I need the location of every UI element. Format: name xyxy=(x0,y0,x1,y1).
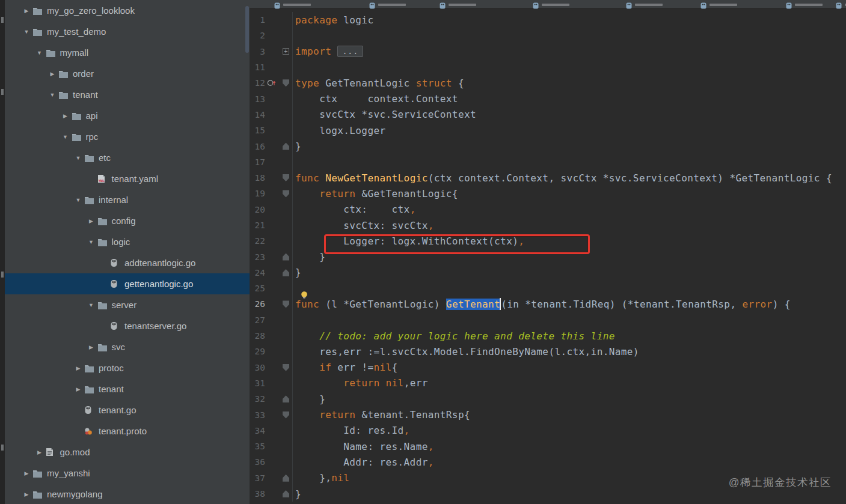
code-text[interactable]: Addr: res.Addr, xyxy=(293,457,846,468)
fold-marker[interactable] xyxy=(277,249,293,264)
fold-down-icon[interactable] xyxy=(283,190,289,197)
line-number: 20 xyxy=(250,205,265,214)
tree-item-tenant[interactable]: ▼tenant xyxy=(5,84,250,105)
project-tree-panel[interactable]: ▶my_go_zero_looklook▼my_test_demo▼mymall… xyxy=(5,0,250,504)
code-text[interactable]: res,err :=l.svcCtx.Model.FindOneByName(l… xyxy=(293,346,846,357)
fold-down-icon[interactable] xyxy=(283,79,289,87)
fold-down-icon[interactable] xyxy=(283,300,289,308)
tree-item-my_test_demo[interactable]: ▼my_test_demo xyxy=(5,21,250,42)
expand-arrow-icon[interactable]: ▶ xyxy=(72,365,84,371)
expand-arrow-icon[interactable]: ▼ xyxy=(72,155,84,161)
fold-up-icon[interactable] xyxy=(283,395,289,402)
expand-arrow-icon[interactable]: ▼ xyxy=(46,92,58,98)
tree-item-tenantserver.go[interactable]: tenantserver.go xyxy=(5,315,250,336)
fold-marker[interactable] xyxy=(277,170,293,186)
tree-item-server[interactable]: ▼server xyxy=(5,294,250,315)
tree-item-tenant.proto[interactable]: tenant.proto xyxy=(5,421,250,442)
fold-marker[interactable] xyxy=(277,296,293,312)
fold-marker[interactable] xyxy=(277,391,293,407)
expand-arrow-icon[interactable]: ▼ xyxy=(85,239,97,245)
tree-item-tenant[interactable]: ▶tenant xyxy=(5,378,250,399)
tree-item-mymall[interactable]: ▼mymall xyxy=(5,42,250,63)
code-text[interactable]: } xyxy=(293,267,846,278)
code-editor[interactable]: 1package logic23+import ...1112type GetT… xyxy=(250,8,846,502)
code-text[interactable]: return &GetTenantLogic{ xyxy=(293,188,846,199)
fold-down-icon[interactable] xyxy=(283,364,289,371)
code-text[interactable]: if err !=nil{ xyxy=(293,362,846,373)
tree-item-svc[interactable]: ▶svc xyxy=(5,336,250,357)
tree-item-order[interactable]: ▶order xyxy=(5,63,250,84)
tree-item-etc[interactable]: ▼etc xyxy=(5,147,250,168)
tree-item-gettenantlogic.go[interactable]: gettenantlogic.go xyxy=(5,273,250,294)
code-text[interactable]: svcCtx *svc.ServiceContext xyxy=(293,109,846,120)
code-text[interactable]: svcCtx: svcCtx, xyxy=(293,220,846,231)
code-text[interactable]: ctx: ctx, xyxy=(293,204,846,215)
fold-up-icon[interactable] xyxy=(283,475,289,482)
expand-arrow-icon[interactable]: ▶ xyxy=(20,470,32,476)
fold-marker[interactable] xyxy=(277,470,293,486)
expand-arrow-icon[interactable]: ▼ xyxy=(85,302,97,308)
fold-up-icon[interactable] xyxy=(283,490,289,497)
code-text[interactable]: } xyxy=(293,141,846,152)
fold-marker[interactable] xyxy=(277,265,293,281)
tree-item-my_yanshi[interactable]: ▶my_yanshi xyxy=(5,463,250,484)
code-text[interactable]: } xyxy=(293,251,846,263)
code-text[interactable]: Logger: logx.WithContext(ctx), xyxy=(293,235,846,247)
fold-up-icon[interactable] xyxy=(283,269,289,276)
code-text[interactable]: logx.Logger xyxy=(293,125,846,136)
expand-arrow-icon[interactable]: ▼ xyxy=(20,29,32,35)
fold-marker[interactable] xyxy=(277,360,293,375)
fold-plus-icon[interactable]: + xyxy=(283,48,289,55)
expand-arrow-icon[interactable]: ▼ xyxy=(72,197,84,203)
expand-arrow-icon[interactable]: ▶ xyxy=(85,344,97,350)
tree-item-logic[interactable]: ▼logic xyxy=(5,231,250,252)
code-text[interactable]: } xyxy=(293,488,846,500)
tree-scrollbar-thumb[interactable] xyxy=(245,6,249,53)
code-text[interactable]: return nil,err xyxy=(293,377,846,389)
implements-gutter-icon[interactable] xyxy=(265,79,277,87)
expand-arrow-icon[interactable]: ▶ xyxy=(20,8,32,14)
folded-imports-box[interactable]: ... xyxy=(337,46,363,57)
fold-marker[interactable] xyxy=(277,186,293,201)
expand-arrow-icon[interactable]: ▶ xyxy=(34,449,46,455)
code-text[interactable]: } xyxy=(293,393,846,405)
tree-item-tenant.go[interactable]: tenant.go xyxy=(5,399,250,421)
tree-item-go.mod[interactable]: ▶go.mod xyxy=(5,442,250,463)
editor-tabs-strip[interactable] xyxy=(250,0,846,8)
expand-arrow-icon[interactable]: ▶ xyxy=(85,218,97,224)
code-text[interactable]: return &tenant.TenantRsp{ xyxy=(293,409,846,421)
code-text[interactable]: ctx context.Context xyxy=(293,93,846,105)
code-text[interactable]: Id: res.Id, xyxy=(293,425,846,436)
expand-arrow-icon[interactable]: ▶ xyxy=(46,71,58,77)
fold-marker[interactable] xyxy=(277,75,293,91)
expand-arrow-icon[interactable]: ▼ xyxy=(60,134,72,140)
tree-item-my_go_zero_looklook[interactable]: ▶my_go_zero_looklook xyxy=(5,0,250,21)
tree-item-internal[interactable]: ▼internal xyxy=(5,189,250,210)
code-text[interactable]: func NewGetTenantLogic(ctx context.Conte… xyxy=(293,172,846,184)
fold-up-icon[interactable] xyxy=(283,254,289,261)
tree-item-addtenantlogic.go[interactable]: addtenantlogic.go xyxy=(5,252,250,273)
fold-marker[interactable]: + xyxy=(277,44,293,59)
code-text[interactable]: Name: res.Name, xyxy=(293,441,846,452)
fold-up-icon[interactable] xyxy=(283,143,289,150)
fold-marker[interactable] xyxy=(277,486,293,502)
tree-item-protoc[interactable]: ▶protoc xyxy=(5,357,250,378)
code-text[interactable]: package logic xyxy=(293,14,846,26)
expand-arrow-icon[interactable]: ▶ xyxy=(20,491,32,497)
code-text[interactable]: func (l *GetTenantLogic) GetTenant(in *t… xyxy=(293,298,846,310)
expand-arrow-icon[interactable]: ▶ xyxy=(72,386,84,392)
tree-item-rpc[interactable]: ▼rpc xyxy=(5,126,250,147)
code-text[interactable]: // todo: add your logic here and delete … xyxy=(293,330,846,342)
tree-item-tenant.yaml[interactable]: YMLtenant.yaml xyxy=(5,168,250,189)
expand-arrow-icon[interactable]: ▼ xyxy=(34,50,46,56)
fold-marker[interactable] xyxy=(277,138,293,154)
tree-item-api[interactable]: ▶api xyxy=(5,105,250,126)
fold-marker[interactable] xyxy=(277,407,293,422)
code-text[interactable]: type GetTenantLogic struct { xyxy=(293,77,846,89)
tree-item-newmygolang[interactable]: ▶newmygolang xyxy=(5,484,250,504)
fold-down-icon[interactable] xyxy=(283,411,289,419)
tree-item-config[interactable]: ▶config xyxy=(5,210,250,231)
code-text[interactable]: import ... xyxy=(293,46,846,57)
fold-down-icon[interactable] xyxy=(283,174,289,181)
expand-arrow-icon[interactable]: ▶ xyxy=(60,113,72,119)
